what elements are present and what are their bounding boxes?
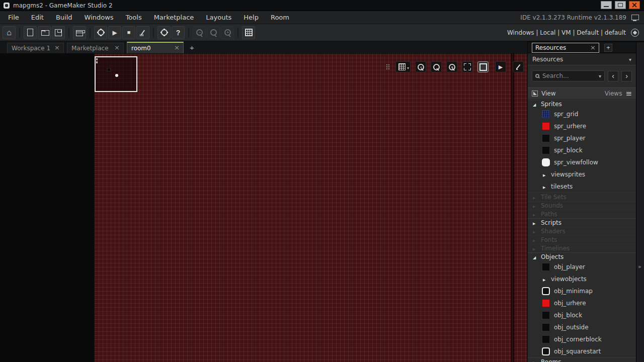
tree-expand-icon[interactable] [533,211,541,217]
tab-close-icon[interactable] [174,45,179,51]
stop-button[interactable] [122,26,135,39]
tree-expand-icon[interactable] [533,101,541,107]
search-input[interactable]: Search... [532,70,605,81]
menu-item[interactable]: Tools [126,14,142,21]
brush-mode-button[interactable] [513,61,524,72]
menu-item[interactable]: Room [271,14,289,21]
tree-expand-icon[interactable] [543,184,551,190]
panel-add-button[interactable]: + [604,44,612,52]
tree-expand-icon[interactable] [533,359,541,362]
tree-row[interactable]: obj_urhere [528,297,636,309]
room-editor-canvas[interactable] [0,53,527,362]
zoom-reset-button[interactable] [207,26,220,39]
minimize-button[interactable] [601,1,612,9]
workspace-tab[interactable]: room0 [127,42,184,53]
tree-row[interactable]: Timelines [528,244,636,252]
zoom-in-button[interactable] [446,61,457,72]
open-project-button[interactable] [38,26,51,39]
nav-forward-button[interactable] [621,71,632,81]
game-options-button[interactable] [157,26,171,39]
toolbar-separator[interactable] [153,28,154,38]
menu-item[interactable]: File [8,14,19,21]
grid-view-button[interactable] [242,26,255,39]
tree-expand-icon[interactable] [543,276,551,282]
toolbar-separator[interactable] [68,28,69,38]
tree-row[interactable]: Tile Sets [528,193,636,201]
new-project-button[interactable] [24,26,37,39]
tree-row[interactable]: Objects [528,252,636,261]
workspace-tab[interactable]: Marketplace [67,43,124,53]
tree-row[interactable]: Paths [528,210,636,218]
run-room-button[interactable] [495,61,506,72]
tree-row[interactable]: spr_player [528,132,636,144]
help-button[interactable] [172,26,185,39]
search-filter-chevron-icon[interactable] [599,72,601,79]
tree-expand-icon[interactable] [533,237,541,243]
tree-expand-icon[interactable] [533,194,541,200]
menu-item[interactable]: Layouts [206,14,231,21]
tree-row[interactable]: Sounds [528,201,636,210]
grid-options-button[interactable] [395,61,411,72]
zoom-out-button[interactable] [193,26,206,39]
panel-close-icon[interactable] [590,44,596,51]
tree-row[interactable]: obj_player [528,261,636,273]
tree-row[interactable]: obj_minimap [528,285,636,297]
tree-row[interactable]: obj_outside [528,321,636,333]
views-menu-icon[interactable] [625,90,632,98]
maximize-button[interactable] [615,1,626,9]
menu-item[interactable]: Edit [31,14,44,21]
collapsed-panel-strip[interactable]: » [636,42,644,362]
tree-expand-icon[interactable] [533,254,541,260]
tree-row[interactable]: Scripts [528,218,636,227]
home-button[interactable] [3,26,16,39]
create-executable-button[interactable] [73,26,86,39]
workspace-tab[interactable]: Workspace 1 [7,43,64,53]
tree-row[interactable]: spr_grid [528,108,636,120]
tree-expand-icon[interactable] [533,228,541,234]
tab-close-icon[interactable] [54,45,59,51]
tree-expand-icon[interactable] [533,203,541,209]
tree-row[interactable]: Sprites [528,100,636,108]
target-device-icon[interactable] [631,29,639,37]
menu-item[interactable]: Marketplace [154,14,194,21]
tab-close-icon[interactable] [114,45,119,51]
run-button[interactable] [108,26,121,39]
tree-expand-icon[interactable] [533,245,541,251]
nav-back-button[interactable] [608,71,618,81]
drag-handle-icon[interactable] [385,61,391,72]
zoom-in-button[interactable] [221,26,234,39]
tree-row[interactable]: tilesets [528,180,636,193]
add-tab-button[interactable]: + [190,43,194,52]
tree-row[interactable]: viewobjects [528,273,636,285]
expand-panel-icon[interactable]: » [638,263,641,270]
toolbar-separator[interactable] [237,28,238,38]
menu-item[interactable]: Build [56,14,72,21]
tree-expand-icon[interactable] [533,220,541,226]
tree-row[interactable]: Rooms [528,357,636,362]
tree-row[interactable]: spr_viewfollow [528,156,636,168]
toolbar-separator[interactable] [19,28,20,38]
tree-row[interactable]: spr_block [528,144,636,156]
toolbar-separator[interactable] [90,28,91,38]
display-settings-icon[interactable] [631,15,639,21]
tree-row[interactable]: Shaders [528,227,636,235]
tree-row[interactable]: obj_squarestart [528,345,636,357]
menu-item[interactable]: Help [244,14,259,21]
tree-row[interactable]: spr_urhere [528,120,636,132]
toolbar-separator[interactable] [188,28,189,38]
viewfollow-instance[interactable] [115,74,118,77]
tree-row[interactable]: obj_cornerblock [528,333,636,345]
clean-button[interactable] [136,26,149,39]
fit-window-button[interactable] [462,61,473,72]
tree-expand-icon[interactable] [543,171,551,177]
menu-item[interactable]: Windows [85,14,114,21]
resources-panel-tab[interactable]: Resources [532,43,599,53]
debug-button[interactable] [94,26,107,39]
close-button[interactable] [629,1,640,9]
zoom-reset-button[interactable] [431,61,442,72]
resources-dropdown[interactable]: Resources [528,53,636,65]
room-grid[interactable] [95,54,527,362]
zoom-out-button[interactable] [415,61,426,72]
tree-row[interactable]: Fonts [528,235,636,244]
save-project-button[interactable] [52,26,65,39]
